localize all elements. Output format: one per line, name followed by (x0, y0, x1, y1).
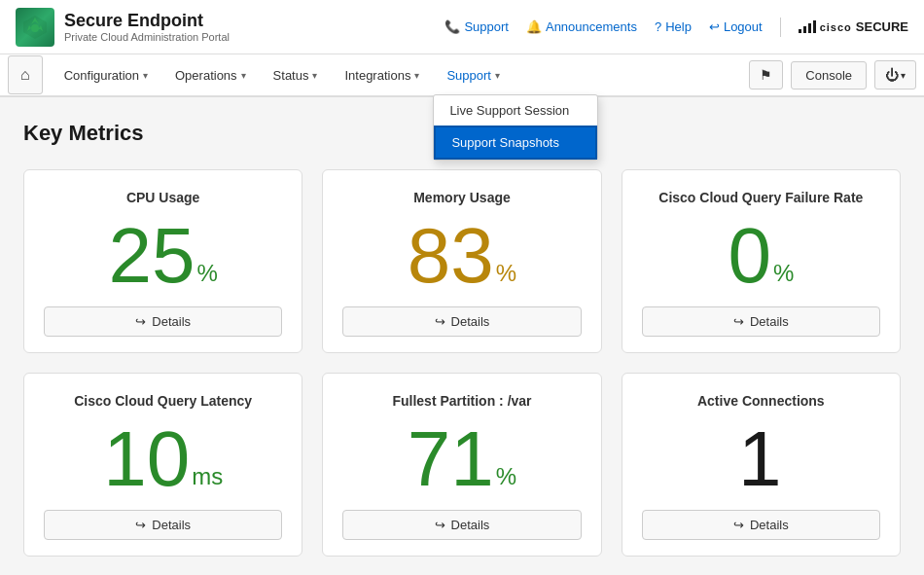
chevron-down-icon: ▾ (312, 70, 317, 81)
nav-flag-button[interactable]: ⚑ (749, 60, 783, 90)
metric-card-cloud-query-failure: Cisco Cloud Query Failure Rate 0 % ↪ Det… (622, 169, 901, 353)
metric-title: Cisco Cloud Query Failure Rate (658, 190, 863, 205)
help-link[interactable]: ? Help (655, 19, 692, 34)
flag-icon: ⚑ (760, 67, 772, 83)
support-dropdown-menu: Live Support Session Support Snapshots (433, 94, 598, 161)
nav-item-configuration[interactable]: Configuration ▾ (51, 56, 161, 94)
details-button-connections[interactable]: ↪ Details (642, 510, 880, 540)
nav-console-button[interactable]: Console (791, 61, 867, 90)
logout-icon: ↩ (709, 19, 720, 34)
metric-value: 25 % (109, 217, 218, 295)
chevron-down-icon: ▾ (901, 70, 906, 81)
cisco-logo: cisco SECURE (799, 19, 908, 34)
help-icon: ? (655, 19, 661, 34)
metric-value: 0 % (728, 217, 794, 295)
metric-title: Memory Usage (413, 190, 511, 205)
app-title: Secure Endpoint (64, 11, 230, 31)
metric-value: 1 (738, 420, 784, 498)
bell-icon: 🔔 (526, 19, 542, 34)
metric-card-active-connections: Active Connections 1 ↪ Details (622, 373, 901, 557)
chevron-down-icon: ▾ (143, 70, 148, 81)
nav-right: ⚑ Console ⏻ ▾ (749, 60, 916, 90)
share-icon: ↪ (435, 518, 445, 532)
announcements-link[interactable]: 🔔 Announcements (526, 19, 637, 34)
power-icon: ⏻ (885, 67, 899, 83)
dropdown-item-support-snapshots[interactable]: Support Snapshots (434, 126, 597, 160)
metric-card-memory-usage: Memory Usage 83 % ↪ Details (322, 169, 601, 353)
details-button-cpu[interactable]: ↪ Details (44, 306, 282, 337)
page-content: Key Metrics CPU Usage 25 % ↪ Details Mem… (0, 97, 924, 575)
metric-card-cpu-usage: CPU Usage 25 % ↪ Details (23, 169, 302, 353)
metric-title: Cisco Cloud Query Latency (74, 393, 252, 409)
home-icon: ⌂ (20, 66, 30, 84)
details-button-cloud-latency[interactable]: ↪ Details (44, 510, 282, 540)
chevron-down-icon: ▾ (495, 70, 500, 81)
metric-title: CPU Usage (126, 190, 199, 205)
cisco-secure-label: SECURE (856, 19, 908, 34)
chevron-down-icon: ▾ (414, 70, 419, 81)
metrics-grid: CPU Usage 25 % ↪ Details Memory Usage 83… (23, 169, 901, 557)
details-button-memory[interactable]: ↪ Details (342, 306, 581, 337)
nav-item-integrations[interactable]: Integrations ▾ (331, 56, 433, 94)
logout-link[interactable]: ↩ Logout (709, 19, 763, 34)
nav-item-status[interactable]: Status ▾ (260, 56, 332, 94)
share-icon: ↪ (733, 518, 744, 532)
share-icon: ↪ (135, 518, 146, 532)
metric-value: 71 % (408, 420, 516, 498)
dropdown-item-live-support[interactable]: Live Support Session (434, 95, 597, 126)
details-button-cloud-failure[interactable]: ↪ Details (642, 306, 880, 337)
share-icon: ↪ (435, 314, 445, 329)
phone-icon: 📞 (444, 19, 460, 34)
metric-card-cloud-latency: Cisco Cloud Query Latency 10 ms ↪ Detail… (23, 373, 302, 557)
metric-value: 83 % (408, 217, 516, 295)
metric-card-fullest-partition: Fullest Partition : /var 71 % ↪ Details (322, 373, 601, 557)
top-bar: Secure Endpoint Private Cloud Administra… (0, 0, 924, 54)
nav-item-support[interactable]: Support ▾ Live Support Session Support S… (433, 56, 514, 94)
nav-power-button[interactable]: ⏻ ▾ (874, 60, 916, 90)
share-icon: ↪ (135, 314, 146, 329)
top-divider (780, 18, 781, 37)
share-icon: ↪ (733, 314, 744, 329)
logo-text: Secure Endpoint Private Cloud Administra… (64, 11, 230, 43)
support-link[interactable]: 📞 Support (444, 19, 509, 34)
top-links: 📞 Support 🔔 Announcements ? Help ↩ Logou… (444, 18, 908, 37)
metric-title: Active Connections (697, 393, 825, 409)
app-logo-icon (16, 8, 54, 47)
metric-value: 10 ms (103, 420, 223, 498)
app-subtitle: Private Cloud Administration Portal (64, 31, 230, 43)
chevron-down-icon: ▾ (241, 70, 246, 81)
nav-home-button[interactable]: ⌂ (8, 55, 43, 94)
metric-title: Fullest Partition : /var (392, 393, 531, 409)
logo-area: Secure Endpoint Private Cloud Administra… (16, 8, 230, 47)
details-button-partition[interactable]: ↪ Details (342, 510, 581, 540)
nav-bar: ⌂ Configuration ▾ Operations ▾ Status ▾ … (0, 54, 924, 97)
svg-point-4 (31, 24, 39, 32)
cisco-bars-icon (799, 20, 816, 33)
cisco-text: cisco (820, 21, 852, 33)
nav-item-operations[interactable]: Operations ▾ (161, 56, 260, 94)
